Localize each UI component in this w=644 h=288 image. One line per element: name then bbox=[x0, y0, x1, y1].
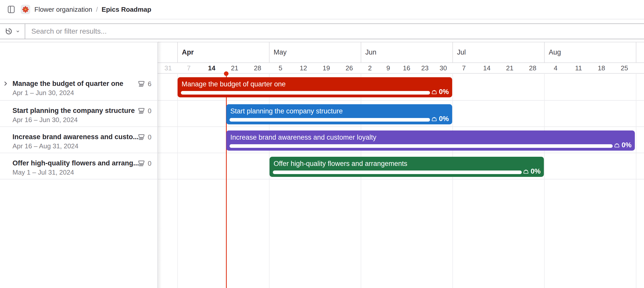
epic-date-range: May 1 – Jul 31, 2024 bbox=[12, 168, 74, 176]
epic-date-range: Apr 16 – Aug 31, 2024 bbox=[12, 142, 78, 150]
epic-bar-title: Offer high-quality flowers and arrangeme… bbox=[274, 159, 407, 168]
row-separator bbox=[0, 179, 644, 179]
weight-icon bbox=[431, 116, 437, 122]
epic-progress-percent: 0% bbox=[439, 88, 449, 96]
epic-title-link[interactable]: Manage the budget of quarter one bbox=[12, 79, 123, 88]
row-separator bbox=[0, 100, 644, 101]
epic-progress-track bbox=[181, 91, 430, 95]
epic-title-link[interactable]: Start planning the company structure bbox=[12, 106, 135, 115]
weight-icon-glyph bbox=[523, 168, 529, 175]
epic-timeline-bar[interactable]: Start planning the company structure0% bbox=[226, 104, 452, 124]
weight-icon-glyph bbox=[614, 142, 620, 149]
weight-icon bbox=[523, 168, 529, 175]
epic-progress-percent: 0% bbox=[531, 167, 541, 175]
weight-icon bbox=[614, 142, 620, 149]
chevron-right-glyph bbox=[2, 80, 9, 87]
epic-child-count: 0 bbox=[148, 133, 151, 141]
epic-list-row: Start planning the company structureApr … bbox=[0, 100, 157, 127]
epic-icon-glyph bbox=[138, 159, 145, 167]
weight-icon-glyph bbox=[431, 89, 437, 95]
epic-icon-glyph bbox=[138, 107, 145, 114]
month-gridline bbox=[544, 73, 545, 288]
epic-icon bbox=[138, 159, 145, 167]
list-scroll-shadow bbox=[158, 42, 162, 288]
weight-icon bbox=[431, 89, 437, 95]
epic-child-count: 6 bbox=[148, 80, 151, 88]
month-gridline bbox=[636, 73, 636, 288]
epic-child-count: 0 bbox=[148, 107, 151, 115]
epic-progress-track bbox=[230, 144, 613, 148]
row-separator bbox=[0, 126, 644, 127]
epic-title-link[interactable]: Increase brand awareness and custo... bbox=[12, 133, 139, 141]
epic-list-row: Increase brand awareness and custo...Apr… bbox=[0, 127, 157, 153]
epic-icon bbox=[138, 80, 145, 87]
epic-child-count: 0 bbox=[148, 159, 151, 167]
today-indicator-dot bbox=[224, 71, 229, 76]
epic-bar-title: Manage the budget of quarter one bbox=[182, 80, 286, 88]
epic-icon bbox=[138, 107, 145, 114]
expand-chevron-right-icon[interactable] bbox=[2, 80, 9, 87]
epic-date-range: Apr 16 – Jun 30, 2024 bbox=[12, 116, 78, 124]
epic-timeline-bar[interactable]: Offer high-quality flowers and arrangeme… bbox=[270, 157, 544, 177]
epic-list-row: Offer high-quality flowers and arrang...… bbox=[0, 153, 157, 179]
epic-progress-percent: 0% bbox=[622, 141, 632, 149]
epic-title-link[interactable]: Offer high-quality flowers and arrang... bbox=[12, 159, 139, 167]
epic-icon-glyph bbox=[138, 133, 145, 141]
epic-list-row: Manage the budget of quarter oneApr 1 – … bbox=[0, 73, 157, 100]
epic-icon bbox=[138, 133, 145, 141]
month-gridline bbox=[452, 73, 453, 288]
weight-icon-glyph bbox=[431, 116, 437, 122]
row-separator bbox=[0, 153, 644, 153]
epic-progress-track bbox=[273, 171, 522, 174]
epic-icon-glyph bbox=[138, 80, 145, 87]
epic-date-range: Apr 1 – Jun 30, 2024 bbox=[12, 89, 74, 97]
epic-timeline-bar[interactable]: Increase brand awareness and customer lo… bbox=[226, 130, 635, 151]
epic-progress-track bbox=[230, 118, 430, 122]
month-gridline bbox=[177, 73, 178, 288]
epic-bar-title: Increase brand awareness and customer lo… bbox=[230, 133, 376, 142]
epic-progress-percent: 0% bbox=[439, 115, 449, 123]
epic-bar-title: Start planning the company structure bbox=[230, 107, 343, 115]
epic-timeline-bar[interactable]: Manage the budget of quarter one0% bbox=[178, 77, 452, 97]
